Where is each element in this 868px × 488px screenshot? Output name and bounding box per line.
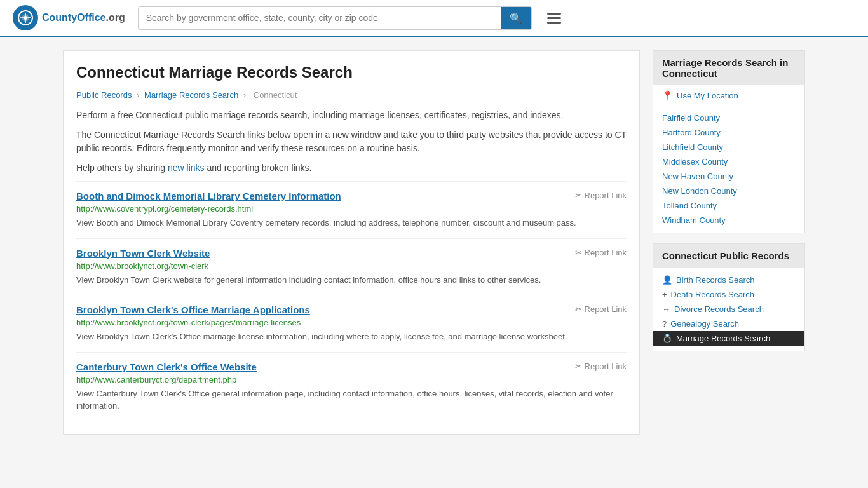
sidebar-item-newlondon[interactable]: New London County [653, 184, 804, 198]
use-my-location[interactable]: 📍 Use My Location [653, 85, 804, 105]
breadcrumb-marriage-records[interactable]: Marriage Records Search [144, 90, 238, 100]
sidebar-item-newhaven[interactable]: New Haven County [653, 169, 804, 184]
new-links-link[interactable]: new links [168, 163, 205, 173]
record-item: Canterbury Town Clerk's Office Website ✂… [76, 352, 627, 421]
sidebar-item-windham[interactable]: Windham County [653, 213, 804, 227]
sidebar-section-public-records: Connecticut Public Records 👤 Birth Recor… [653, 243, 805, 351]
search-bar: 🔍 [138, 6, 532, 30]
report-link[interactable]: ✂ Report Link [575, 304, 627, 314]
sidebar-item-birth[interactable]: 👤 Birth Records Search [653, 273, 804, 287]
sidebar-item-hartford[interactable]: Hartford County [653, 125, 804, 140]
header: CountyOffice.org 🔍 [0, 0, 868, 37]
record-url[interactable]: http://www.canterburyct.org/department.p… [76, 375, 627, 384]
record-url[interactable]: http://www.coventrypl.org/cemetery-recor… [76, 204, 627, 214]
content-area: Connecticut Marriage Records Search Publ… [53, 37, 815, 447]
report-icon: ✂ [575, 191, 582, 200]
menu-bar-3 [547, 22, 561, 24]
sidebar-section-header-public-records: Connecticut Public Records [653, 244, 804, 268]
report-icon: ✂ [575, 304, 582, 314]
death-icon: + [662, 290, 667, 299]
record-title-link[interactable]: Brooklyn Town Clerk's Office Marriage Ap… [76, 304, 310, 315]
location-icon: 📍 [662, 90, 673, 100]
sidebar-item-fairfield[interactable]: Fairfield County [653, 111, 804, 125]
menu-bar-1 [547, 13, 561, 15]
divorce-icon: ↔ [662, 304, 670, 314]
search-input[interactable] [139, 7, 501, 29]
county-list: Fairfield County Hartford County Litchfi… [653, 105, 804, 233]
report-icon: ✂ [575, 248, 582, 257]
intro-text-1: Perform a free Connecticut public marria… [76, 109, 627, 122]
record-item: Brooklyn Town Clerk's Office Marriage Ap… [76, 295, 627, 352]
record-url[interactable]: http://www.brooklynct.org/town-clerk/pag… [76, 318, 627, 327]
report-link[interactable]: ✂ Report Link [575, 362, 627, 371]
record-desc: View Brooklyn Town Clerk's Office marria… [76, 330, 627, 343]
record-title-link[interactable]: Booth and Dimock Memorial Library Cemete… [76, 191, 341, 201]
breadcrumb-connecticut: Connecticut [254, 90, 297, 100]
record-desc: View Booth and Dimock Memorial Library C… [76, 217, 627, 229]
menu-bar-2 [547, 17, 561, 19]
breadcrumb-sep-2: › [243, 90, 246, 100]
record-url[interactable]: http://www.brooklynct.org/town-clerk [76, 261, 627, 271]
record-item: Brooklyn Town Clerk Website ✂ Report Lin… [76, 238, 627, 295]
breadcrumb-public-records[interactable]: Public Records [76, 90, 132, 100]
sidebar: Marriage Records Search in Connecticut 📍… [653, 50, 805, 435]
sidebar-item-genealogy[interactable]: ? Genealogy Search [653, 316, 804, 331]
sidebar-item-death[interactable]: + Death Records Search [653, 287, 804, 302]
genealogy-icon: ? [662, 319, 667, 329]
sidebar-item-tolland[interactable]: Tolland County [653, 198, 804, 213]
menu-button[interactable] [545, 10, 564, 26]
public-records-list: 👤 Birth Records Search + Death Records S… [653, 268, 804, 351]
breadcrumb: Public Records › Marriage Records Search… [76, 90, 627, 100]
intro-text-2: The Connecticut Marriage Records Search … [76, 128, 627, 155]
record-header: Canterbury Town Clerk's Office Website ✂… [76, 362, 627, 372]
report-link[interactable]: ✂ Report Link [575, 248, 627, 257]
intro-text-3: Help others by sharing new links and rep… [76, 161, 627, 175]
sidebar-item-litchfield[interactable]: Litchfield County [653, 140, 804, 154]
records-list: Booth and Dimock Memorial Library Cemete… [76, 181, 627, 421]
sidebar-section-header-counties: Marriage Records Search in Connecticut [653, 51, 804, 85]
page-title: Connecticut Marriage Records Search [76, 64, 627, 81]
sidebar-section-counties: Marriage Records Search in Connecticut 📍… [653, 50, 805, 233]
record-title-link[interactable]: Canterbury Town Clerk's Office Website [76, 362, 257, 372]
record-header: Brooklyn Town Clerk Website ✂ Report Lin… [76, 248, 627, 259]
record-desc: View Brooklyn Town Clerk website for gen… [76, 274, 627, 287]
report-link[interactable]: ✂ Report Link [575, 191, 627, 200]
record-title-link[interactable]: Brooklyn Town Clerk Website [76, 248, 210, 259]
record-header: Brooklyn Town Clerk's Office Marriage Ap… [76, 304, 627, 315]
sidebar-item-marriage-active[interactable]: 💍 Marriage Records Search [653, 331, 804, 346]
sidebar-item-middlesex[interactable]: Middlesex County [653, 154, 804, 169]
record-desc: View Canterbury Town Clerk's Office gene… [76, 388, 627, 412]
report-icon: ✂ [575, 362, 582, 371]
marriage-icon: 💍 [662, 334, 672, 343]
sidebar-item-divorce[interactable]: ↔ Divorce Records Search [653, 302, 804, 316]
main-content: Connecticut Marriage Records Search Publ… [63, 50, 640, 435]
birth-icon: 👤 [662, 275, 672, 285]
search-button[interactable]: 🔍 [501, 7, 531, 29]
search-icon: 🔍 [510, 13, 522, 24]
logo[interactable]: CountyOffice.org [13, 5, 125, 30]
record-header: Booth and Dimock Memorial Library Cemete… [76, 191, 627, 201]
breadcrumb-sep-1: › [137, 90, 139, 100]
logo-text: CountyOffice.org [42, 12, 125, 24]
logo-icon [13, 5, 38, 30]
record-item: Booth and Dimock Memorial Library Cemete… [76, 181, 627, 238]
